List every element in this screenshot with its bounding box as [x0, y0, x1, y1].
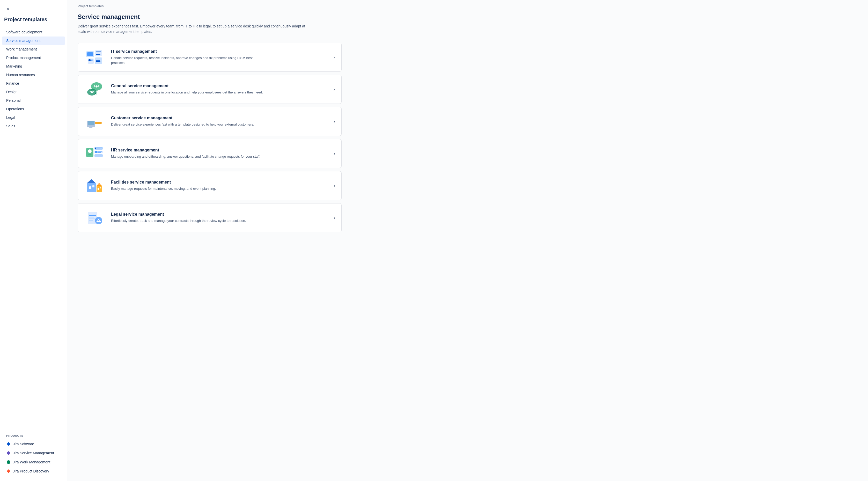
template-card-customer-service-management[interactable]: Customer service managementDeliver great…: [78, 107, 342, 136]
template-icon-hr-service-management: [84, 145, 105, 162]
template-card-facilities-service-management[interactable]: Facilities service managementEasily mana…: [78, 171, 342, 200]
template-icon-legal-service-management: [84, 209, 105, 227]
sidebar-item-finance[interactable]: Finance: [0, 79, 67, 88]
svg-point-12: [98, 85, 99, 87]
svg-rect-4: [87, 52, 93, 56]
svg-rect-20: [95, 122, 102, 124]
template-info-it-service-management: IT service managementHandle service requ…: [111, 49, 328, 65]
sidebar-item-service-management[interactable]: Service management: [0, 36, 67, 45]
template-name-facilities-service-management: Facilities service management: [111, 180, 328, 185]
svg-rect-38: [100, 187, 101, 188]
sidebar-title: Project templates: [0, 17, 67, 28]
svg-marker-0: [7, 442, 10, 446]
sidebar-link-operations[interactable]: Operations: [2, 105, 65, 113]
template-icon-it-service-management: [84, 48, 105, 66]
sidebar-item-work-management[interactable]: Work management: [0, 45, 67, 53]
sidebar-link-legal[interactable]: Legal: [2, 113, 65, 122]
template-desc-general-service-management: Manage all your service requests in one …: [111, 90, 266, 95]
sidebar-link-product-management[interactable]: Product management: [2, 54, 65, 62]
template-chevron-legal-service-management: ›: [334, 215, 335, 220]
template-name-customer-service-management: Customer service management: [111, 116, 328, 120]
product-item-jira-service-management[interactable]: Jira Service Management: [2, 449, 65, 457]
sidebar-link-service-management[interactable]: Service management: [2, 36, 65, 45]
template-desc-hr-service-management: Manage onboarding and offboarding, answe…: [111, 154, 266, 159]
breadcrumb: Project templates: [67, 0, 868, 8]
template-name-hr-service-management: HR service management: [111, 148, 328, 152]
sidebar-products: Jira SoftwareJira Service ManagementJira…: [0, 439, 67, 476]
product-icon-jira-software: [6, 442, 11, 446]
template-name-legal-service-management: Legal service management: [111, 212, 328, 217]
template-chevron-hr-service-management: ›: [334, 151, 335, 156]
product-item-jira-work-management[interactable]: Jira Work Management: [2, 458, 65, 467]
svg-rect-41: [89, 215, 96, 216]
product-label-jira-service-management: Jira Service Management: [13, 451, 54, 455]
sidebar-link-design[interactable]: Design: [2, 88, 65, 96]
svg-point-14: [91, 91, 93, 93]
sidebar-link-work-management[interactable]: Work management: [2, 45, 65, 53]
template-card-legal-service-management[interactable]: Legal service managementEffortlessly cre…: [78, 203, 342, 232]
sidebar-item-human-resources[interactable]: Human resources: [0, 71, 67, 79]
svg-rect-43: [89, 218, 95, 219]
svg-rect-33: [89, 186, 91, 189]
product-icon-jira-product-discovery: [6, 469, 11, 474]
svg-point-16: [93, 91, 94, 92]
svg-marker-36: [96, 183, 102, 186]
template-chevron-facilities-service-management: ›: [334, 183, 335, 188]
sidebar-nav: Software developmentService managementWo…: [0, 28, 67, 430]
sidebar-item-legal[interactable]: Legal: [0, 113, 67, 122]
svg-rect-42: [89, 217, 94, 217]
template-list: IT service managementHandle service requ…: [78, 43, 342, 232]
sidebar: ✕ Project templates Software development…: [0, 0, 67, 481]
svg-point-11: [94, 85, 95, 87]
sidebar-item-design[interactable]: Design: [0, 88, 67, 96]
template-desc-legal-service-management: Effortlessly create, track and manage yo…: [111, 218, 266, 223]
product-item-jira-product-discovery[interactable]: Jira Product Discovery: [2, 467, 65, 476]
page-description: Deliver great service experiences fast. …: [78, 24, 311, 34]
sidebar-item-product-management[interactable]: Product management: [0, 54, 67, 62]
sidebar-link-finance[interactable]: Finance: [2, 79, 65, 88]
product-icon-jira-service-management: [6, 451, 11, 455]
template-desc-it-service-management: Handle service requests, resolve inciden…: [111, 55, 266, 65]
main-content: Project templates Service management Del…: [67, 0, 868, 481]
sidebar-link-software-development[interactable]: Software development: [2, 28, 65, 36]
sidebar-link-human-resources[interactable]: Human resources: [2, 71, 65, 79]
svg-point-46: [98, 219, 99, 220]
template-card-hr-service-management[interactable]: HR service managementManage onboarding a…: [78, 139, 342, 168]
svg-rect-44: [89, 220, 93, 220]
svg-rect-40: [89, 214, 96, 214]
sidebar-link-personal[interactable]: Personal: [2, 96, 65, 104]
svg-rect-30: [95, 151, 97, 153]
template-desc-facilities-service-management: Easily manage requests for maintenance, …: [111, 186, 266, 191]
template-icon-customer-service-management: [84, 112, 105, 130]
svg-marker-32: [87, 179, 96, 183]
template-name-it-service-management: IT service management: [111, 49, 328, 54]
product-icon-jira-work-management: [6, 460, 11, 464]
svg-rect-28: [94, 154, 103, 157]
template-info-legal-service-management: Legal service managementEffortlessly cre…: [111, 212, 328, 223]
sidebar-item-personal[interactable]: Personal: [0, 96, 67, 104]
svg-point-29: [95, 148, 96, 149]
template-chevron-customer-service-management: ›: [334, 119, 335, 124]
template-card-it-service-management[interactable]: IT service managementHandle service requ…: [78, 43, 342, 72]
template-chevron-it-service-management: ›: [334, 55, 335, 60]
sidebar-item-sales[interactable]: Sales: [0, 122, 67, 130]
product-label-jira-work-management: Jira Work Management: [13, 460, 50, 464]
page-title: Service management: [78, 13, 342, 21]
close-button[interactable]: ✕: [4, 5, 11, 12]
sidebar-item-software-development[interactable]: Software development: [0, 28, 67, 36]
sidebar-link-marketing[interactable]: Marketing: [2, 62, 65, 70]
template-icon-general-service-management: [84, 80, 105, 98]
template-name-general-service-management: General service management: [111, 84, 328, 88]
template-info-facilities-service-management: Facilities service managementEasily mana…: [111, 180, 328, 191]
template-card-general-service-management[interactable]: General service managementManage all you…: [78, 75, 342, 104]
sidebar-link-sales[interactable]: Sales: [2, 122, 65, 130]
sidebar-item-marketing[interactable]: Marketing: [0, 62, 67, 70]
template-info-customer-service-management: Customer service managementDeliver great…: [111, 116, 328, 127]
svg-point-10: [95, 85, 98, 88]
product-item-jira-software[interactable]: Jira Software: [2, 440, 65, 448]
svg-point-45: [95, 217, 102, 224]
sidebar-item-operations[interactable]: Operations: [0, 105, 67, 113]
svg-point-25: [88, 149, 92, 153]
products-section-label: PRODUCTS: [0, 430, 67, 439]
svg-point-15: [90, 91, 91, 92]
